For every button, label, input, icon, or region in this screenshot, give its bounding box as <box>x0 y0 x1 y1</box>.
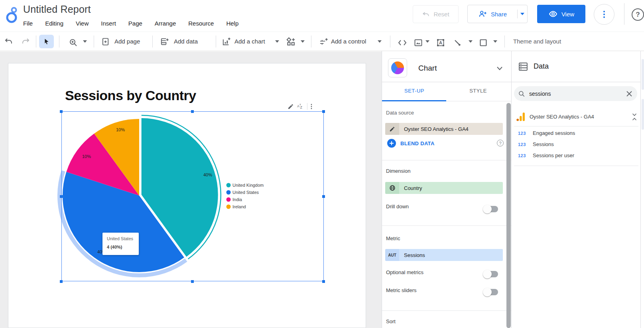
selection-handle-nw[interactable] <box>60 110 63 113</box>
selection-handle-ne[interactable] <box>322 110 325 113</box>
scrollbar-segment[interactable] <box>642 59 644 90</box>
reset-button[interactable]: Reset <box>413 5 459 23</box>
tooltip-label: United States <box>107 236 139 241</box>
embed-code-icon[interactable] <box>398 38 407 47</box>
data-source-chip[interactable]: Oyster SEO Analytics - GA4 <box>385 123 503 135</box>
legend-dot-ireland <box>226 205 231 209</box>
community-viz-caret-icon[interactable] <box>301 40 305 43</box>
clear-search-icon[interactable] <box>626 91 632 97</box>
add-page-icon[interactable] <box>101 37 110 46</box>
blend-data-button[interactable]: BLEND DATA <box>400 140 435 146</box>
menu-help[interactable]: Help <box>226 20 238 27</box>
selection-handle-se[interactable] <box>322 280 325 283</box>
field-sessions[interactable]: 123 Sessions <box>518 141 554 147</box>
undo-icon[interactable] <box>4 36 14 46</box>
community-visualizations-icon[interactable] <box>286 37 296 47</box>
selection-handle-w[interactable] <box>60 195 63 198</box>
menu-insert[interactable]: Insert <box>101 20 116 27</box>
sort-az-icon[interactable]: A Z <box>297 103 304 109</box>
report-title[interactable]: Untitled Report <box>23 4 91 15</box>
share-dropdown-button[interactable] <box>518 13 527 15</box>
person-add-icon <box>478 10 487 18</box>
tab-style[interactable]: STYLE <box>446 88 510 94</box>
selection-handle-sw[interactable] <box>60 280 63 283</box>
add-control-icon[interactable] <box>319 38 328 47</box>
chart-more-options-icon[interactable] <box>311 104 312 109</box>
line-caret-icon[interactable] <box>469 40 473 43</box>
text-tool-icon[interactable]: A <box>436 38 445 47</box>
pencil-icon <box>389 126 395 132</box>
shape-tool-icon[interactable] <box>479 38 488 47</box>
add-chart-button[interactable]: Add a chart <box>234 38 265 45</box>
dimension-chip[interactable]: Country <box>385 182 503 194</box>
selection-handle-n[interactable] <box>191 110 194 113</box>
report-canvas[interactable]: Sessions by Country 40% 10% 10% United K… <box>8 63 366 328</box>
shape-caret-icon[interactable] <box>493 40 497 43</box>
numeric-field-icon: 123 <box>518 131 528 136</box>
add-control-caret-icon[interactable] <box>378 40 382 43</box>
menu-editing[interactable]: Editing <box>45 20 63 27</box>
optional-metrics-toggle[interactable] <box>484 271 498 277</box>
field-search-box[interactable]: sessions <box>514 86 637 101</box>
view-label: View <box>561 11 574 18</box>
line-tool-icon[interactable] <box>453 38 462 47</box>
metric-label: Metric <box>386 235 400 241</box>
add-data-icon[interactable] <box>160 37 169 46</box>
redo-icon[interactable] <box>21 36 30 46</box>
field-engaged-sessions[interactable]: 123 Engaged sessions <box>518 130 575 136</box>
add-page-button[interactable]: Add page <box>114 38 140 45</box>
zoom-caret-icon[interactable] <box>83 40 87 43</box>
edit-chart-icon[interactable] <box>288 103 294 110</box>
select-tool-button[interactable] <box>39 35 54 48</box>
chart-type-icon-box[interactable] <box>388 58 407 77</box>
chevron-down-icon[interactable] <box>497 67 502 70</box>
image-caret-icon[interactable] <box>425 40 429 43</box>
menu-resource[interactable]: Resource <box>188 20 214 27</box>
window-scrollbar-strip <box>640 51 644 328</box>
chart-action-bar: A Z <box>288 103 312 110</box>
menu-page[interactable]: Page <box>128 20 142 27</box>
add-data-button[interactable]: Add data <box>174 38 198 45</box>
theme-layout-button[interactable]: Theme and layout <box>513 38 561 45</box>
menu-file[interactable]: File <box>23 20 33 27</box>
image-tool-icon[interactable] <box>414 38 423 47</box>
selection-handle-s[interactable] <box>191 280 194 283</box>
add-chart-icon[interactable] <box>222 37 231 46</box>
panel-title: Chart <box>418 64 437 73</box>
menu-view[interactable]: View <box>76 20 89 27</box>
pie-slices[interactable] <box>63 118 218 272</box>
legend-dot-india <box>226 198 231 202</box>
share-button-group: Share <box>467 5 528 23</box>
data-panel-title: Data <box>534 62 549 71</box>
metric-chip[interactable]: AUT Sessions <box>385 249 503 261</box>
toolbar: Add page Add data Add a chart Add a cont… <box>0 32 644 51</box>
view-button[interactable]: View <box>537 5 585 23</box>
share-button[interactable]: Share <box>468 10 518 18</box>
tab-setup[interactable]: SET-UP <box>382 88 446 94</box>
drill-down-label: Drill down <box>386 204 409 209</box>
drill-down-toggle[interactable] <box>484 206 498 212</box>
share-label: Share <box>491 11 507 18</box>
legend-dot-us <box>226 190 231 195</box>
panel-scrollbar[interactable] <box>506 103 511 328</box>
field-sessions-per-user[interactable]: 123 Sessions per user <box>518 152 574 158</box>
more-options-button[interactable] <box>594 4 614 25</box>
chart-legend: United Kingdom United States India Irela… <box>226 183 264 209</box>
selection-handle-e[interactable] <box>322 195 325 198</box>
svg-text:A: A <box>297 104 299 108</box>
metric-sliders-toggle[interactable] <box>484 289 498 295</box>
blend-data-plus-icon[interactable] <box>387 139 396 148</box>
zoom-tool-icon[interactable] <box>69 38 78 47</box>
blend-help-icon[interactable]: ? <box>497 140 504 146</box>
search-input-value[interactable]: sessions <box>529 91 626 97</box>
svg-text:Z: Z <box>300 105 302 109</box>
dimension-label: Dimension <box>386 168 410 174</box>
add-chart-caret-icon[interactable] <box>275 40 279 43</box>
data-source-row[interactable]: Oyster SEO Analytics - GA4 <box>516 112 637 122</box>
menu-arrange[interactable]: Arrange <box>155 20 176 27</box>
collapse-fields-icon[interactable] <box>632 113 637 121</box>
help-button[interactable]: ? <box>632 8 644 21</box>
scrollbar-segment[interactable] <box>642 99 644 130</box>
add-control-button[interactable]: Add a control <box>331 38 366 45</box>
uk-pct-label: 40% <box>203 172 212 177</box>
